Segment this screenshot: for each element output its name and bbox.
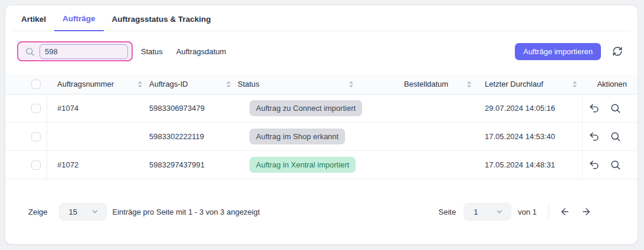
arrow-right-icon[interactable] (581, 206, 592, 217)
page-size-label: Zeige (28, 208, 48, 216)
cell-letzter-durchlauf: 17.05.2024 14:53:40 (477, 132, 583, 141)
chevron-down-icon (495, 208, 504, 216)
header-auftrags-id[interactable]: Auftrags-ID (148, 80, 236, 88)
arrow-left-icon[interactable] (560, 206, 570, 217)
filter-auftragsdatum[interactable]: Auftragsdatum (176, 47, 226, 56)
cell-auftrags-id: 5983306973479 (148, 104, 236, 113)
magnifier-icon[interactable] (610, 159, 621, 170)
sort-icon[interactable] (348, 80, 354, 88)
cell-letzter-durchlauf: 17.05.2024 14:48:31 (477, 160, 583, 169)
cell-letzter-durchlauf: 29.07.2024 14:05:16 (477, 104, 583, 113)
row-checkbox[interactable] (31, 104, 41, 113)
cell-auftragsnummer: #1072 (47, 160, 148, 169)
import-orders-button[interactable]: Aufträge importieren (515, 43, 601, 60)
table-row: #1072 5983297437991 Auftrag in Xentral i… (5, 151, 638, 179)
magnifier-icon[interactable] (610, 103, 621, 114)
page-label: Seite (439, 208, 456, 216)
sort-icon[interactable] (137, 80, 143, 88)
tab-bar: Artikel Aufträge Auftragsstatus & Tracki… (12, 5, 630, 31)
refresh-icon[interactable] (612, 46, 623, 57)
header-aktionen: Aktionen (583, 74, 638, 94)
entries-summary: Einträge pro Seite mit 1 - 3 von 3 angez… (113, 208, 260, 216)
search-highlight-box[interactable] (17, 41, 133, 61)
table-row: 5983302222119 Auftrag im Shop erkannt 17… (5, 123, 638, 151)
pagination-bar: Zeige 15 Einträge pro Seite mit 1 - 3 vo… (17, 203, 626, 221)
chevron-down-icon (91, 208, 99, 216)
header-bestelldatum[interactable]: Bestelldatum (359, 80, 477, 88)
header-status[interactable]: Status (236, 80, 359, 88)
toolbar: Status Auftragsdatum Aufträge importiere… (17, 41, 626, 62)
search-input[interactable] (40, 44, 128, 59)
sort-icon[interactable] (225, 80, 232, 88)
table-header-row: Auftragsnummer Auftrags-ID Status Bestel… (5, 74, 638, 94)
search-icon (25, 47, 35, 57)
select-all-checkbox[interactable] (31, 80, 41, 89)
sort-icon[interactable] (466, 80, 472, 88)
header-letzter-durchlauf[interactable]: Letzter Durchlauf (477, 80, 583, 88)
divider (548, 204, 549, 219)
orders-table: Auftragsnummer Auftrags-ID Status Bestel… (5, 74, 638, 179)
row-checkbox[interactable] (31, 132, 41, 142)
cell-auftrags-id: 5983302222119 (148, 132, 236, 141)
tab-artikel[interactable]: Artikel (21, 15, 54, 31)
row-checkbox[interactable] (31, 160, 41, 170)
tab-auftraege[interactable]: Aufträge (54, 14, 104, 31)
page-total-label: von 1 (518, 208, 537, 216)
page-size-select[interactable]: 15 (59, 203, 107, 221)
cell-auftragsnummer: #1074 (47, 104, 148, 113)
undo-icon[interactable] (589, 103, 600, 114)
main-card: Artikel Aufträge Auftragsstatus & Tracki… (5, 5, 638, 245)
page-select[interactable]: 1 (464, 203, 511, 221)
cell-auftrags-id: 5983297437991 (148, 160, 236, 169)
magnifier-icon[interactable] (610, 131, 621, 142)
header-auftragsnummer[interactable]: Auftragsnummer (47, 80, 148, 88)
tab-auftragsstatus-tracking[interactable]: Auftragsstatus & Tracking (104, 15, 219, 31)
status-badge: Auftrag in Xentral importiert (249, 157, 356, 173)
filter-status[interactable]: Status (141, 47, 163, 56)
status-badge: Auftrag im Shop erkannt (249, 129, 345, 144)
sort-icon[interactable] (571, 80, 578, 88)
status-badge: Auftrag zu Connect importiert (249, 100, 362, 116)
undo-icon[interactable] (589, 131, 600, 142)
undo-icon[interactable] (589, 159, 600, 170)
table-row: #1074 5983306973479 Auftrag zu Connect i… (5, 94, 638, 123)
